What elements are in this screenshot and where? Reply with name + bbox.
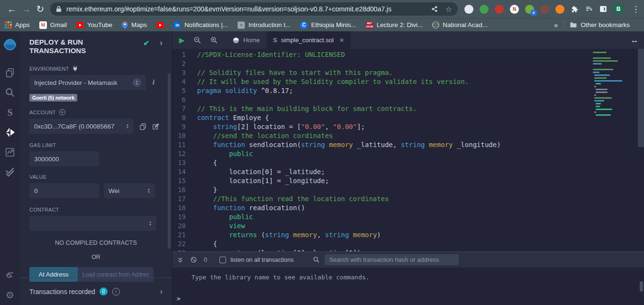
- solidity-compiler-icon[interactable]: S: [0, 102, 20, 122]
- bookmark-star-icon[interactable]: ☆: [445, 5, 452, 14]
- address-bar[interactable]: remix.ethereum.org/#optimize=false&runs=…: [50, 2, 458, 16]
- tab-home[interactable]: Home: [226, 31, 267, 49]
- panel-collapse-icon[interactable]: ›: [160, 38, 163, 48]
- close-tab-icon[interactable]: ✕: [339, 37, 344, 44]
- code-line[interactable]: 11 function sendlocation(string memory _…: [172, 141, 592, 150]
- code-line[interactable]: 2: [172, 60, 592, 69]
- terminal-message: Type the library name to see available c…: [172, 268, 644, 281]
- browser-menu-icon[interactable]: ⋮: [630, 4, 642, 14]
- plugin-manager-icon[interactable]: [0, 265, 20, 285]
- bookmarks-overflow-icon[interactable]: »: [554, 21, 558, 29]
- bookmark-label: Lecture 2: Divi...: [377, 21, 423, 28]
- playlist-icon[interactable]: [585, 5, 593, 13]
- code-line[interactable]: 20 view: [172, 222, 592, 231]
- code-editor[interactable]: 1//SPDX-License-Identifier: UNLICENSED23…: [172, 49, 644, 251]
- transactions-label: Transactions recorded: [29, 288, 95, 296]
- bookmark-ethiopia[interactable]: CEthiopia Minis...: [300, 21, 356, 29]
- bookmark-lecture[interactable]: MITOCWLecture 2: Divi...: [366, 21, 423, 29]
- bookmark-youtube-2[interactable]: [156, 22, 164, 28]
- listen-checkbox[interactable]: [219, 257, 226, 263]
- code-line[interactable]: 5pragma solidity ^0.8.17;: [172, 87, 592, 96]
- zoom-out-icon[interactable]: [193, 36, 201, 44]
- code-line[interactable]: 21 returns (string memory, string memory…: [172, 231, 592, 240]
- analytics-icon[interactable]: [0, 142, 20, 162]
- code-line[interactable]: 9 string[2] location = ["0.00", "0.00"];: [172, 123, 592, 132]
- penguin-extension-icon[interactable]: [464, 5, 473, 14]
- zoom-in-icon[interactable]: [210, 36, 218, 44]
- code-line[interactable]: 10 //send the location cordinates: [172, 132, 592, 141]
- code-line[interactable]: 18 function readlocation(): [172, 204, 592, 213]
- panel-title: DEPLOY & RUN TRANSACTIONS: [29, 38, 124, 55]
- puzzle-extensions-icon[interactable]: [571, 5, 579, 13]
- bookmark-gmail[interactable]: MGmail: [39, 21, 67, 29]
- terminal-clear-icon[interactable]: [190, 256, 197, 263]
- gear-extension-icon[interactable]: [540, 5, 549, 14]
- code-line[interactable]: 15 location[1] = _longitude;: [172, 177, 592, 186]
- value-unit-select[interactable]: Wei ▲▼: [104, 183, 155, 198]
- robot-extension-icon[interactable]: [480, 5, 489, 14]
- terminal-scrollbar[interactable]: [640, 281, 643, 292]
- lizard-extension-icon[interactable]: x: [525, 5, 534, 14]
- n-extension-icon[interactable]: N: [510, 5, 519, 14]
- other-bookmarks-button[interactable]: Other bookmarks: [570, 21, 630, 28]
- environment-select[interactable]: Injected Provider - Metamask ▲▼: [29, 75, 146, 90]
- back-icon[interactable]: ←: [5, 2, 19, 16]
- url-text: remix.ethereum.org/#optimize=false&runs=…: [66, 5, 426, 13]
- code-line[interactable]: 16 }: [172, 186, 592, 195]
- code-line[interactable]: 3// Solidity files have to start with th…: [172, 69, 592, 78]
- sidebar-scrollbar[interactable]: [168, 73, 171, 249]
- share-icon[interactable]: [431, 6, 438, 12]
- run-script-icon[interactable]: ▶: [179, 36, 185, 45]
- terminal-prompt[interactable]: >: [172, 295, 644, 305]
- deploy-run-icon[interactable]: [0, 122, 20, 142]
- code-line[interactable]: 13 {: [172, 159, 592, 168]
- caret-updown-icon: ▲▼: [133, 78, 141, 87]
- tab-simple-contract[interactable]: S simple_contract.sol ✕: [266, 31, 351, 49]
- gas-limit-input[interactable]: [29, 151, 99, 166]
- minimap[interactable]: [593, 52, 635, 117]
- bookmark-national[interactable]: National Acad...: [432, 21, 488, 28]
- bookmark-maps[interactable]: Maps: [122, 21, 147, 29]
- metamask-extension-icon[interactable]: [555, 5, 564, 14]
- profile-avatar[interactable]: B: [613, 4, 624, 14]
- code-line[interactable]: 12 public: [172, 150, 592, 159]
- edit-account-icon[interactable]: [152, 123, 159, 130]
- file-explorer-icon[interactable]: [0, 63, 20, 83]
- bookmark-notifications[interactable]: inNotifications |...: [173, 21, 228, 29]
- bookmark-youtube[interactable]: YouTube: [76, 21, 112, 28]
- blocker-extension-icon[interactable]: [495, 5, 504, 14]
- side-panel-icon[interactable]: [599, 5, 607, 13]
- settings-icon[interactable]: ⚙: [0, 285, 20, 305]
- bookmark-introduction[interactable]: dIntroduction t...: [237, 21, 290, 29]
- no-compiled-note: NO COMPILED CONTRACTS: [29, 240, 163, 246]
- code-line[interactable]: 1//SPDX-License-Identifier: UNLICENSED: [172, 51, 592, 60]
- value-input[interactable]: [29, 183, 99, 198]
- transactions-expand-icon[interactable]: ›: [160, 287, 163, 296]
- code-line[interactable]: 8contract Employe {: [172, 114, 592, 123]
- copy-account-icon[interactable]: [139, 123, 146, 130]
- resize-horizontal-icon[interactable]: ↔: [631, 36, 644, 45]
- search-icon[interactable]: [0, 83, 20, 102]
- code-line[interactable]: 4// It will be used by the Solidity comp…: [172, 78, 592, 87]
- code-line[interactable]: 6: [172, 96, 592, 105]
- terminal-search-input[interactable]: [325, 254, 459, 265]
- code-line[interactable]: 19 public: [172, 213, 592, 222]
- forward-icon[interactable]: →: [19, 2, 33, 16]
- bookmark-apps[interactable]: Apps: [5, 21, 30, 28]
- code-line[interactable]: 7// This is the main building block for …: [172, 105, 592, 114]
- line-number: 11: [172, 141, 197, 150]
- remix-logo[interactable]: [0, 35, 20, 55]
- unit-testing-icon[interactable]: [0, 162, 20, 182]
- reload-icon[interactable]: ↻: [33, 2, 47, 16]
- code-line[interactable]: 22 {: [172, 240, 592, 249]
- code-line[interactable]: 17 //This function read the location cor…: [172, 195, 592, 204]
- contract-select[interactable]: ▲▼: [29, 216, 156, 231]
- environment-info-icon[interactable]: i: [153, 79, 154, 86]
- bookmark-label: National Acad...: [443, 21, 488, 28]
- transactions-info-icon[interactable]: i: [112, 288, 120, 296]
- terminal-expand-icon[interactable]: [177, 257, 183, 263]
- account-select[interactable]: 0xc3D...7Ca8F (0.00085667 ▲▼: [29, 119, 134, 134]
- editor-scrollbar[interactable]: [638, 49, 644, 147]
- code-line[interactable]: 14 location[0] = _latitude;: [172, 168, 592, 177]
- add-account-icon[interactable]: +: [59, 109, 65, 115]
